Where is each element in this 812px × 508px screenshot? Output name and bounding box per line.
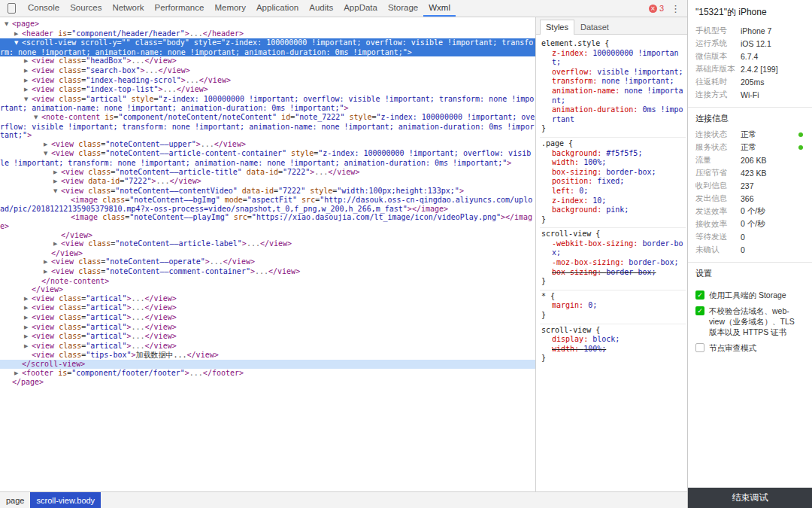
style-property[interactable]: box-sizing: border-box; [541,168,684,178]
wxml-tree-line[interactable]: ▶<view class="index-heading-scrol">...</… [0,76,535,86]
style-property[interactable]: overflow: visible !important; [541,68,684,78]
style-property[interactable]: left: 0; [541,187,684,196]
wxml-tree-line[interactable]: </page> [0,378,535,387]
wxml-tree-line[interactable]: ▼<view class="noteContent——article-conte… [0,149,535,167]
wxml-tree-line[interactable]: <image class="noteContent——bgImg" mode="… [0,196,535,213]
tab-network[interactable]: Network [107,0,149,17]
rule-selector[interactable]: element.style { [541,39,684,49]
expand-arrow-icon[interactable]: ▶ [24,324,32,333]
wxml-tree-line[interactable]: ▶<view class="index-top-list">...</view> [0,85,535,95]
wxml-tree-line[interactable]: <view class="tips-box">加载数据中...</view> [0,351,535,360]
wxml-tree-line[interactable]: ▶<view class="headBox">...</view> [0,56,535,66]
style-property[interactable]: background: pink; [541,205,684,215]
checkbox[interactable]: ✓ [695,306,704,315]
wxml-tree-line[interactable]: </view> [0,249,535,258]
kebab-menu-icon[interactable]: ⋮ [671,3,680,14]
device-toggle-icon[interactable] [8,3,16,14]
wxml-tree-line[interactable]: ▶<view class="noteContent——article-title… [0,168,535,178]
tab-console[interactable]: Console [23,0,65,17]
wxml-tree-line[interactable]: ▶<header is="component/header/header">..… [0,29,535,39]
style-property[interactable]: transform: none !important; [541,77,684,87]
wxml-tree-line[interactable]: ▶<view class="artical">...</view> [0,294,535,304]
wxml-tree-line[interactable]: ▶<view class="noteContent——article-label… [0,239,535,249]
style-property[interactable]: animation-name: none !important; [541,87,684,105]
style-property[interactable]: box-sizing: border-box; [541,268,684,278]
expand-arrow-icon[interactable]: ▶ [44,141,51,150]
style-property[interactable]: background: #f5f5f5; [541,149,684,159]
error-badge[interactable]: × 3 [649,4,664,13]
wxml-tree-line[interactable]: ▶<view class="noteContent——operate">...<… [0,257,535,267]
checkbox[interactable] [695,343,704,352]
expand-arrow-icon[interactable]: ▶ [53,240,61,249]
expand-arrow-icon[interactable]: ▶ [24,304,32,313]
wxml-tree-line[interactable]: ▼<note-content is="component/noteContent… [0,113,535,140]
expand-arrow-icon[interactable]: ▶ [24,295,32,304]
expand-arrow-icon[interactable]: ▶ [24,57,32,66]
expand-arrow-icon[interactable]: ▶ [44,268,51,277]
style-property[interactable]: -moz-box-sizing: border-box; [541,258,684,268]
expand-arrow-icon[interactable]: ▶ [53,169,61,178]
style-property[interactable]: width: 100%; [541,345,684,354]
tab-performance[interactable]: Performance [150,0,210,17]
expand-arrow-icon[interactable]: ▶ [24,67,32,76]
rule-selector[interactable]: * { [541,292,684,302]
wxml-tree-line[interactable]: ▶<view class="artical">...</view> [0,332,535,342]
tab-appdata[interactable]: AppData [338,0,383,17]
wxml-tree-line[interactable]: ▶<view data-id="7222">...</view> [0,177,535,187]
style-property[interactable]: width: 100%; [541,158,684,168]
wxml-tree-line[interactable]: ▶<view class="artical">...</view> [0,342,535,351]
tab-storage[interactable]: Storage [383,0,423,17]
end-debug-button[interactable]: 结束调试 [688,488,812,508]
styles-tab-styles[interactable]: Styles [540,20,574,35]
setting-item[interactable]: 节点审查模式 [695,342,804,353]
styles-tab-dataset[interactable]: Dataset [574,20,615,35]
rule-selector[interactable]: .page { [541,139,684,149]
style-property[interactable]: z-index: 100000000 !important; [541,49,684,68]
checkbox[interactable]: ✓ [695,291,704,300]
tab-sources[interactable]: Sources [65,0,107,17]
expand-arrow-icon[interactable]: ▶ [14,370,22,379]
wxml-tree-line[interactable]: ▼<scroll-view scroll-y="" class="body" s… [0,38,535,56]
wxml-tree-line[interactable]: ▼<view class="noteContent——contentVideo"… [0,187,535,196]
wxml-tree-line[interactable]: ▶<footer is="component/footer/footer">..… [0,369,535,379]
tab-wxml[interactable]: Wxml [423,0,456,17]
wxml-tree-line[interactable]: </view> [0,285,535,294]
collapse-arrow-icon[interactable]: ▼ [44,150,51,159]
wxml-tree-line[interactable]: <image class="noteContent——playImg" src=… [0,213,535,230]
wxml-tree-line[interactable]: </scroll-view> [0,360,535,369]
wxml-tree-line[interactable]: ▶<view class="artical">...</view> [0,323,535,333]
tab-application[interactable]: Application [251,0,304,17]
tab-audits[interactable]: Audits [304,0,338,17]
wxml-tree-line[interactable]: ▶<view class="artical">...</view> [0,303,535,313]
expand-arrow-icon[interactable]: ▶ [24,342,32,351]
rule-selector[interactable]: scroll-view { [541,230,684,239]
style-property[interactable]: position: fixed; [541,177,684,187]
style-property[interactable]: z-index: 10; [541,196,684,206]
style-property[interactable]: -webkit-box-sizing: border-box; [541,239,684,258]
style-property[interactable]: animation-duration: 0ms !important [541,105,684,124]
breadcrumb-item[interactable]: page [0,492,30,508]
setting-item[interactable]: ✓不校验合法域名、web-view（业务域名）、TLS 版本以及 HTTPS 证… [695,306,804,337]
expand-arrow-icon[interactable]: ▶ [24,86,32,95]
expand-arrow-icon[interactable]: ▶ [44,258,51,267]
tab-memory[interactable]: Memory [209,0,251,17]
collapse-arrow-icon[interactable]: ▼ [53,187,61,196]
expand-arrow-icon[interactable]: ▶ [24,314,32,323]
wxml-tree-line[interactable]: ▶<view class="artical">...</view> [0,313,535,323]
wxml-tree-line[interactable]: ▼<view class="artical" style="z-index: 1… [0,95,535,113]
breadcrumb-item[interactable]: scroll-view.body [30,492,101,508]
style-property[interactable]: margin: 0; [541,301,684,311]
expand-arrow-icon[interactable]: ▶ [53,178,61,187]
wxml-tree-line[interactable]: ▶<view class="noteContent——comment-conta… [0,267,535,277]
collapse-arrow-icon[interactable]: ▼ [14,39,22,48]
wxml-tree-line[interactable]: </view> [0,231,535,240]
expand-arrow-icon[interactable]: ▶ [24,77,32,86]
rule-selector[interactable]: scroll-view { [541,326,684,336]
expand-arrow-icon[interactable]: ▶ [24,333,32,342]
wxml-tree-line[interactable]: ▶<view class="noteContent——upper">...</v… [0,140,535,150]
wxml-tree-line[interactable]: </note-content> [0,277,535,286]
collapse-arrow-icon[interactable]: ▼ [24,96,32,105]
wxml-tree-line[interactable]: ▼<page> [0,20,535,29]
collapse-arrow-icon[interactable]: ▼ [34,114,41,123]
setting-item[interactable]: ✓使用工具端的 Storage [695,290,804,300]
